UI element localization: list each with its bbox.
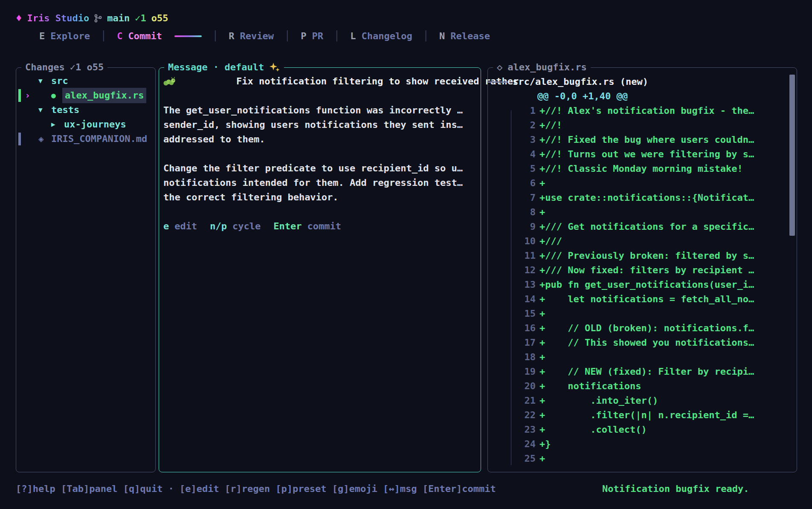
status-bar: [?]help [Tab]panel [q]quit · [e]edit [r]… (0, 482, 812, 496)
tab-bar: EExplore│CCommit│RReview│PPR│LChangelog│… (39, 29, 812, 43)
message-panel[interactable]: Message · default (159, 67, 481, 472)
diff-line: 3+//! Fixed the bug where users couldn… (488, 133, 797, 147)
line-content: + (539, 350, 545, 364)
tree-item-iris_companion.md[interactable]: ◈IRIS_COMPANION.md (16, 132, 155, 146)
changes-panel[interactable]: Changes ✓1 o55 ▼src›●alex_bugfix.rs▼test… (16, 67, 156, 472)
title-bar: ♦ Iris Studio main ✓1 o55 (16, 11, 812, 26)
diff-line: 6+ (488, 176, 797, 191)
tab-key: E (39, 29, 45, 43)
tab-changelog[interactable]: LChangelog (350, 29, 412, 43)
diff-file-header: src/alex_bugfix.rs (new) (488, 75, 797, 89)
status-message: Notification bugfix ready. (602, 482, 749, 496)
tree-cursor-icon: › (25, 88, 30, 103)
line-number: 13 (488, 278, 536, 292)
hint-edit: eedit (163, 219, 197, 234)
modified-badge: o55 (151, 11, 168, 26)
tree-item-src[interactable]: ▼src (16, 74, 155, 88)
app-window: ♦ Iris Studio main ✓1 o55 EExplore│CComm… (0, 0, 812, 509)
commit-subject-text: Fix notification filtering to show recei… (236, 74, 519, 89)
message-hints: eeditn/pcycleEntercommit (163, 219, 476, 234)
diff-line: 11+/// Previously broken: filtered by s… (488, 249, 797, 263)
line-number: 12 (488, 263, 536, 278)
line-content: + (539, 205, 545, 220)
diff-line: 7+use crate::notifications::{Notificat… (488, 191, 797, 205)
diff-line: 19+ // NEW (fixed): Filter by recipi… (488, 364, 797, 379)
message-panel-title: Message · default (164, 60, 284, 75)
md-file-icon: ◈ (38, 132, 51, 146)
hint-key: n/p (210, 219, 227, 234)
line-content: + .collect() (539, 422, 647, 437)
line-number: 14 (488, 292, 536, 307)
status-keybindings: [?]help [Tab]panel [q]quit · [e]edit [r]… (16, 482, 496, 496)
hint-key: e (163, 219, 169, 234)
diff-line: 5+//! Classic Monday morning mistake! (488, 162, 797, 176)
tab-key: L (350, 29, 356, 43)
commit-body-line: notifications intended for them. Add reg… (163, 176, 476, 190)
line-number: 16 (488, 321, 536, 335)
line-content: +pub fn get_user_notifications(user_i… (539, 278, 754, 292)
tab-release[interactable]: NRelease (439, 29, 490, 43)
tab-label: Changelog (361, 29, 412, 43)
hunk-header: @@ -0,0 +1,40 @@ (488, 89, 797, 104)
tab-key: N (439, 29, 445, 43)
tree-item-label: src (51, 74, 68, 88)
commit-body-line: addressed to them. (163, 132, 476, 147)
triangle-down-icon: ▼ (38, 74, 51, 88)
triangle-right-icon: ▶ (51, 117, 64, 132)
line-number: 21 (488, 393, 536, 408)
hint-cycle: n/pcycle (210, 219, 261, 234)
line-content: + (539, 451, 545, 466)
commit-body: The get_user_notifications function was … (163, 89, 476, 219)
diff-line: 13+pub fn get_user_notifications(user_i… (488, 278, 797, 292)
header: ♦ Iris Studio main ✓1 o55 EExplore│CComm… (0, 0, 812, 43)
diff-line: 2+//! (488, 118, 797, 133)
diff-panel[interactable]: ◇ alex_bugfix.rs src/alex_bugfix.rs (new… (487, 67, 797, 472)
tab-explore[interactable]: EExplore (39, 29, 90, 43)
tab-separator: │ (284, 29, 290, 43)
diff-line: 21+ .into_iter() (488, 393, 797, 408)
tree-item-alex_bugfix.rs[interactable]: ›●alex_bugfix.rs (16, 88, 155, 103)
main-area: Changes ✓1 o55 ▼src›●alex_bugfix.rs▼test… (16, 67, 797, 472)
tab-label: Commit (128, 29, 162, 43)
line-content: +//! Classic Monday morning mistake! (539, 162, 743, 176)
tab-pr[interactable]: PPR (301, 29, 323, 43)
message-title-label: Message · default (168, 60, 264, 75)
line-content: + // This showed you notifications… (539, 335, 754, 350)
tree-item-label: ux-journeys (64, 117, 126, 132)
change-indicator-bar (18, 89, 21, 102)
tree-item-ux-journeys[interactable]: ▶ux-journeys (16, 117, 155, 132)
tab-separator: │ (101, 29, 106, 43)
line-number: 19 (488, 364, 536, 379)
tab-review[interactable]: RReview (229, 29, 274, 43)
branch-name: main (107, 11, 130, 26)
diff-scrollbar-thumb[interactable] (789, 75, 795, 236)
changes-badges: ✓1 o55 (70, 60, 104, 75)
tab-separator: │ (423, 29, 429, 43)
tab-commit[interactable]: CCommit (117, 29, 202, 43)
diff-line: 22+ .filter(|n| n.recipient_id =… (488, 408, 797, 422)
tab-key: C (117, 29, 122, 43)
app-logo-icon: ♦ (16, 11, 22, 26)
tree-item-label: tests (51, 103, 79, 117)
diff-line: 1+//! Alex's notification bugfix - the… (488, 104, 797, 118)
sparkles-icon (269, 62, 280, 73)
git-branch-icon (94, 14, 102, 23)
diff-line: 17+ // This showed you notifications… (488, 335, 797, 350)
commit-body-line (163, 205, 476, 219)
hint-label: commit (307, 219, 341, 234)
tab-separator: │ (334, 29, 339, 43)
line-content: +//! Alex's notification bugfix - the… (539, 104, 754, 118)
hint-label: cycle (232, 219, 261, 234)
tab-label: Release (450, 29, 490, 43)
line-content: + notifications (539, 379, 641, 393)
tab-label: Explore (50, 29, 90, 43)
line-content: + // OLD (broken): notifications.f… (539, 321, 754, 335)
commit-message-editor[interactable]: Fix notification filtering to show recei… (159, 68, 481, 234)
tab-label: PR (312, 29, 323, 43)
tree-item-tests[interactable]: ▼tests (16, 103, 155, 117)
active-tab-underline (174, 35, 202, 37)
diff-line: 14+ let notifications = fetch_all_no… (488, 292, 797, 307)
line-content: + .into_iter() (539, 393, 658, 408)
diff-view: src/alex_bugfix.rs (new) @@ -0,0 +1,40 @… (488, 68, 797, 472)
commit-body-line: The get_user_notifications function was … (163, 103, 476, 118)
